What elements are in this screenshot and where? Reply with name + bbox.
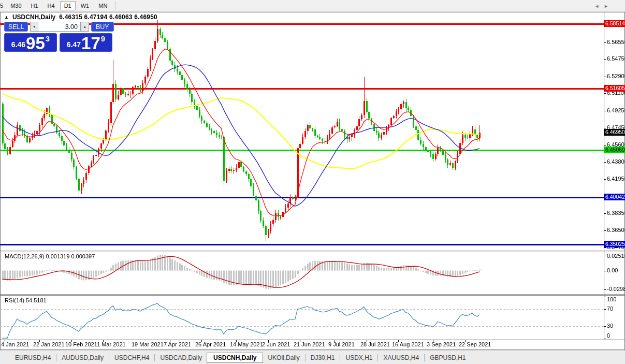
tab-separator [424,354,425,361]
spin-up-icon: ▲ [83,25,86,28]
spin-down-icon: ▼ [33,25,36,28]
timeframe-button-h4[interactable]: H4 [43,1,59,10]
timeframe-toolbar: 5M30H1H4D1W1MN [0,0,625,12]
chart-tab-bar: EURUSD,H4AUDUSD,DailyUSDCHF,H4USDCAD,Dai… [0,351,625,364]
volume-decrease-button[interactable]: ▼ [30,22,38,32]
buy-price-prefix: 6.47 [67,40,81,49]
sell-price-display[interactable]: 6.46 95 3 [4,33,57,52]
timeframe-button-m30[interactable]: M30 [6,1,25,10]
collapse-chart-icon[interactable]: ▲ [4,15,9,20]
buy-price-sup: 9 [101,34,105,43]
toolbar-separator [115,1,115,10]
sell-price-prefix: 6.46 [11,40,25,49]
chart-tab-dj30-h1[interactable]: DJ30,H1 [306,353,340,363]
sell-button[interactable]: SELL [4,22,28,32]
chart-tab-usdchf-h4[interactable]: USDCHF,H4 [110,353,154,363]
timeframe-button-d1[interactable]: D1 [60,1,76,10]
timeframe-button-5[interactable]: 5 [0,1,5,10]
timeframe-button-w1[interactable]: W1 [77,1,94,10]
chart-ohlc-values: 6.46315 6.47194 6.46063 6.46950 [59,13,157,21]
timeframe-button-h1[interactable]: H1 [27,1,42,10]
price-chart-canvas[interactable] [0,0,625,364]
buy-price-display[interactable]: 6.47 17 9 [60,33,112,52]
volume-increase-button[interactable]: ▲ [81,22,89,32]
chart-tab-audusd-daily[interactable]: AUDUSD,Daily [57,353,108,363]
sell-price-sup: 3 [46,34,50,43]
tab-separator [56,354,56,361]
sell-price-big: 95 [26,36,45,50]
chart-tab-usdcad-daily[interactable]: USDCAD,Daily [155,353,207,363]
tab-separator [154,354,155,361]
chart-tab-eurusd-h4[interactable]: EURUSD,H4 [10,353,55,363]
buy-price-big: 17 [81,36,100,50]
timeframe-button-mn[interactable]: MN [94,1,111,10]
rsi-indicator-label: RSI(14) 54.5181 [5,297,47,303]
tab-separator [109,354,109,361]
chart-tab-xauusd-h4[interactable]: XAUUSD,H4 [379,353,424,363]
tab-scroll-controls: ◄ ► [594,4,608,9]
tab-separator [305,354,306,361]
one-click-trade-panel: SELL ▼ ▲ BUY 6.46 95 3 6.47 17 9 [4,22,114,52]
chart-symbol-period: USDCNH,Daily [12,13,55,21]
tab-separator [340,354,340,361]
macd-indicator-label: MACD(12,26,9) 0.001319 0.000397 [5,253,95,259]
chart-tab-ukoil-daily[interactable]: UKOil,Daily [263,353,304,363]
volume-input[interactable] [38,22,81,32]
chart-title: ▲ USDCNH,Daily 6.46315 6.47194 6.46063 6… [4,13,157,21]
tab-scroll-left-icon[interactable]: ◄ [594,4,599,9]
buy-button[interactable]: BUY [91,22,114,32]
tab-scroll-right-icon[interactable]: ► [604,4,608,9]
chart-tab-usdcnh-daily[interactable]: USDCNH,Daily [207,353,263,363]
chart-tab-gbpusd-h1[interactable]: GBPUSD,H1 [425,353,470,363]
tab-separator [377,354,378,361]
chart-tab-usdx-h1[interactable]: USDX,H1 [341,353,377,363]
